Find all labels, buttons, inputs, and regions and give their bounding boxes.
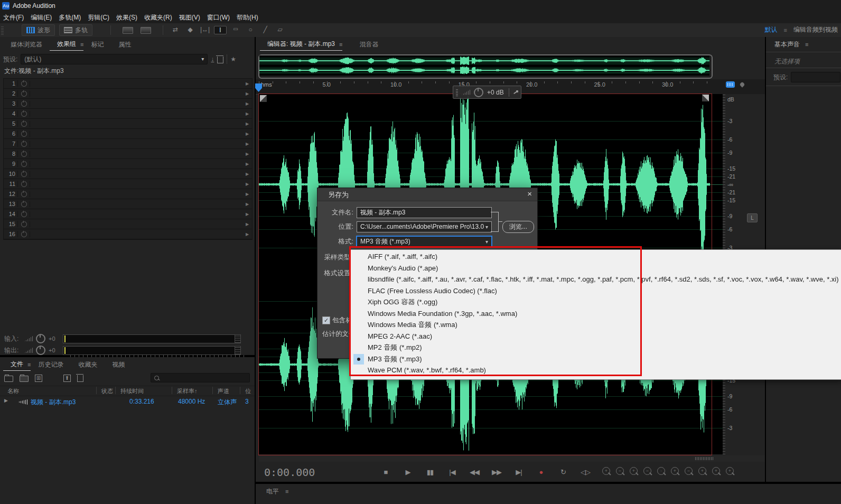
effect-rack-row[interactable]: 12▶	[4, 189, 252, 199]
tab-effects-1[interactable]: 效果组	[50, 38, 83, 51]
effect-rack-row[interactable]: 14▶	[4, 209, 252, 219]
format-option-3[interactable]: FLAC (Free Lossless Audio Codec) (*.flac…	[351, 285, 841, 296]
chevron-right-icon[interactable]: ▶	[242, 101, 252, 106]
effect-rack-row[interactable]: 15▶	[4, 219, 252, 229]
chevron-right-icon[interactable]: ▶	[242, 152, 252, 156]
toolbar-grip[interactable]	[1, 25, 4, 35]
include-markers-checkbox[interactable]: ✓	[322, 316, 330, 324]
slip-tool[interactable]: |↔|	[199, 26, 211, 34]
menu-item-7[interactable]: 窗口(W)	[207, 13, 230, 22]
channel-left-button[interactable]: L	[747, 213, 758, 222]
hud-gain-knob[interactable]	[474, 88, 483, 97]
chevron-right-icon[interactable]: ▶	[242, 162, 252, 166]
menu-item-2[interactable]: 多轨(M)	[59, 13, 81, 22]
format-option-2[interactable]: libsndfile (*.aifc, *.aiff, *.au, *.avr,…	[351, 274, 841, 285]
zoom-reset-button[interactable]: ·	[657, 467, 665, 475]
tab-files-3[interactable]: 视频	[105, 358, 132, 371]
rack-power-toggle[interactable]	[18, 161, 30, 167]
pause-button[interactable]: ▮▮	[423, 466, 437, 478]
zoom-duration-button[interactable]: +	[712, 467, 720, 475]
column-header-5[interactable]: 位	[245, 387, 251, 395]
tab-mixer[interactable]: 混音器	[352, 38, 386, 51]
workspace-menu-icon[interactable]: ≡	[784, 27, 787, 33]
delete-preset-icon[interactable]	[217, 57, 223, 63]
rack-power-toggle[interactable]	[18, 121, 30, 127]
rack-power-toggle[interactable]	[18, 141, 30, 147]
rack-power-toggle[interactable]	[18, 111, 30, 117]
paintbrush-tool[interactable]: ╱	[259, 26, 271, 34]
format-option-8[interactable]: MP2 音频 (*.mp2)	[351, 342, 841, 353]
input-gain-knob[interactable]	[36, 334, 45, 343]
insert-into-multitrack-icon[interactable]: ⬆	[63, 375, 71, 382]
chevron-right-icon[interactable]: ▶	[242, 182, 252, 186]
column-header-4[interactable]: 声道	[218, 387, 229, 395]
effect-rack-row[interactable]: 16▶	[4, 229, 252, 239]
menu-item-3[interactable]: 剪辑(C)	[88, 13, 109, 22]
zoom-out-vertical-button[interactable]: −	[616, 467, 624, 475]
format-option-9[interactable]: MP3 音频 (*.mp3)	[351, 353, 841, 365]
effect-rack-row[interactable]: 9▶	[4, 159, 252, 169]
rack-power-toggle[interactable]	[18, 151, 30, 157]
razor-tool[interactable]: ◆	[184, 26, 196, 34]
import-file-icon[interactable]	[20, 376, 29, 382]
file-row[interactable]: ▶ 视频 - 副本.mp3 0:33.216 48000 Hz 立体声 3	[0, 396, 255, 407]
time-selection-tool[interactable]: I	[214, 26, 227, 34]
tab-files-1[interactable]: 历史记录	[31, 358, 71, 371]
rack-power-toggle[interactable]	[18, 231, 30, 237]
column-header-0[interactable]: 名称	[7, 387, 19, 395]
zoom-in-point-button[interactable]: +	[671, 467, 679, 475]
save-preset-icon[interactable]: ↓	[211, 55, 214, 63]
tab-effects-3[interactable]: 属性	[111, 38, 138, 51]
effect-rack-row[interactable]: 11▶	[4, 179, 252, 189]
chevron-right-icon[interactable]: ▶	[242, 172, 252, 176]
effect-rack-row[interactable]: 10▶	[4, 169, 252, 179]
format-option-5[interactable]: Windows Media Foundation (*.3gp, *.aac, …	[351, 308, 841, 319]
effect-rack-row[interactable]: 8▶	[4, 149, 252, 159]
loop-playback-button[interactable]: ↻	[556, 466, 571, 478]
fade-in-handle[interactable]	[260, 95, 267, 102]
chevron-right-icon[interactable]: ▶	[242, 202, 252, 207]
lasso-selection-tool[interactable]: ○	[245, 26, 256, 34]
filename-input[interactable]: 视频 - 副本.mp3	[357, 207, 492, 218]
effect-rack-row[interactable]: 2▶	[4, 89, 252, 99]
dialog-title-bar[interactable]: 另存为 ×	[317, 188, 537, 201]
tab-levels[interactable]: 电平	[263, 485, 282, 498]
format-option-4[interactable]: Xiph OGG 容器 (*.ogg)	[351, 296, 841, 307]
chevron-right-icon[interactable]: ▶	[242, 91, 252, 96]
menu-item-1[interactable]: 编辑(E)	[31, 13, 52, 22]
chevron-right-icon[interactable]: ▶	[242, 222, 252, 227]
waveform-view-button[interactable]: 波形	[22, 24, 55, 36]
zoom-out-point-button[interactable]: −	[685, 467, 693, 475]
rack-power-toggle[interactable]	[18, 181, 30, 187]
menu-item-8[interactable]: 帮助(H)	[237, 13, 258, 22]
preset-combobox[interactable]: (默认)▾	[21, 54, 208, 64]
rack-power-toggle[interactable]	[18, 201, 30, 207]
move-tool[interactable]: ⇄	[170, 26, 181, 34]
chevron-right-icon[interactable]: ▶	[242, 81, 252, 86]
skip-to-end-button[interactable]: ▶|	[511, 466, 526, 478]
rack-power-toggle[interactable]	[18, 101, 30, 107]
delete-icon[interactable]	[77, 375, 83, 382]
zoom-out-horizontal-button[interactable]: −	[643, 467, 651, 475]
gain-hud[interactable]: +0 dB	[453, 86, 521, 99]
open-file-icon[interactable]	[4, 376, 13, 382]
favorite-star-icon[interactable]: ★	[230, 55, 236, 63]
format-combobox[interactable]: MP3 音频 (*.mp3)▾	[357, 236, 492, 247]
effect-rack-row[interactable]: 13▶	[4, 199, 252, 209]
rewind-button[interactable]: ◀◀	[467, 466, 482, 478]
close-icon[interactable]: ×	[527, 189, 532, 198]
rack-power-toggle[interactable]	[18, 191, 30, 197]
zoom-in-horizontal-button[interactable]: +	[630, 467, 638, 475]
multitrack-view-button[interactable]: 多轨	[59, 24, 92, 36]
effect-rack-row[interactable]: 7▶	[4, 139, 252, 149]
rack-power-toggle[interactable]	[18, 211, 30, 217]
search-input[interactable]	[151, 373, 250, 382]
format-option-0[interactable]: AIFF (*.aif, *.aiff, *.aifc)	[351, 251, 841, 262]
chevron-right-icon[interactable]: ▶	[242, 122, 252, 126]
format-option-7[interactable]: MPEG 2-AAC (*.aac)	[351, 331, 841, 342]
effect-rack-row[interactable]: 1▶	[4, 79, 252, 89]
location-combobox[interactable]: C:\User...cuments\Adobe\Premiere Pro\13.…	[357, 221, 492, 232]
scrollbar-handle[interactable]	[695, 457, 713, 460]
column-header-1[interactable]: 状态	[101, 387, 113, 395]
browse-button[interactable]: 浏览...	[502, 221, 534, 233]
